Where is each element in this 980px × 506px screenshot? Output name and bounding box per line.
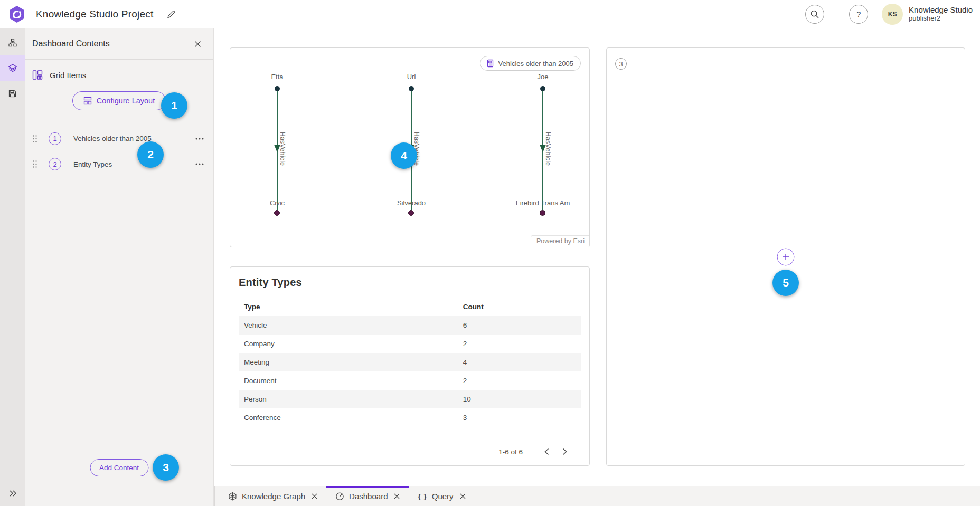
cell-type: Vehicle [244, 321, 463, 329]
grid-cell-number: 3 [615, 58, 627, 70]
avatar: KS [882, 4, 903, 25]
edit-title-button[interactable] [166, 9, 176, 20]
tab-dashboard[interactable]: Dashboard [326, 486, 409, 506]
cell-count: 10 [463, 395, 581, 403]
tab-knowledge-graph[interactable]: Knowledge Graph [219, 486, 326, 506]
layers-icon [8, 63, 17, 73]
plus-icon [782, 253, 790, 261]
column-header-count: Count [463, 303, 581, 311]
configure-layout-button[interactable]: Configure Layout [72, 91, 166, 110]
table-row: Conference 3 [239, 408, 581, 427]
person-node[interactable] [540, 86, 545, 91]
grid-items-label: Grid Items [50, 71, 86, 80]
rail-item-contents[interactable] [0, 55, 25, 81]
user-role: publisher2 [909, 15, 973, 23]
document-icon [486, 59, 494, 68]
double-chevron-right-icon [8, 489, 17, 498]
help-icon: ? [856, 9, 861, 18]
search-icon [810, 9, 819, 19]
edge-label: HasVehicle [279, 117, 286, 180]
knowledge-studio-logo-icon[interactable] [7, 5, 26, 24]
configure-layout-label: Configure Layout [97, 97, 155, 105]
close-tab-button[interactable] [394, 493, 400, 499]
vehicle-node[interactable] [408, 210, 414, 216]
braces-icon: { } [418, 492, 427, 500]
entity-types-table: Type Count Vehicle 6 Company 2 Meeting 4… [239, 303, 581, 427]
entity-types-widget: Entity Types Type Count Vehicle 6 Compan… [230, 266, 590, 466]
tour-step-badge-5: 5 [772, 270, 799, 296]
cell-count: 2 [463, 377, 581, 385]
cell-type: Meeting [244, 358, 463, 366]
cell-type: Person [244, 395, 463, 403]
drag-handle-icon[interactable] [32, 135, 37, 143]
esri-attribution: Powered by Esri [531, 235, 589, 247]
ellipsis-icon [195, 163, 204, 165]
vehicle-node-label: Civic [214, 199, 341, 207]
person-node-label: Etta [235, 73, 319, 81]
dashboard-canvas: Vehicles older than 2005 Etta HasVehicle… [214, 28, 980, 486]
close-tab-button[interactable] [460, 493, 466, 499]
add-widget-button[interactable] [777, 248, 795, 265]
page-title: Knowledge Studio Project [36, 8, 153, 20]
view-tab-bar: Knowledge Graph Dashboard { } Query [214, 486, 980, 506]
drag-handle-icon[interactable] [32, 160, 37, 168]
list-item-label: Entity Types [73, 160, 192, 168]
person-node[interactable] [275, 86, 280, 91]
vehicle-node[interactable] [274, 210, 280, 216]
cell-type: Document [244, 377, 463, 385]
list-item-label: Vehicles older than 2005 [73, 135, 192, 142]
item-options-button[interactable] [192, 157, 207, 171]
widget-title: Entity Types [239, 276, 581, 289]
item-options-button[interactable] [192, 131, 207, 146]
app-header: Knowledge Studio Project ? KS Knowledge … [0, 0, 980, 28]
vehicle-node-label: Silverado [348, 199, 475, 207]
table-row: Company 2 [239, 335, 581, 353]
graph-column: Etta HasVehicle Civic [235, 48, 319, 247]
vehicle-node[interactable] [540, 210, 545, 216]
rail-item-data-model[interactable] [0, 30, 25, 55]
table-bottom-rule [239, 427, 581, 427]
tour-step-badge-3: 3 [153, 454, 179, 481]
layout-grid-icon [83, 97, 92, 105]
item-number-badge: 2 [49, 158, 61, 170]
pencil-icon [166, 9, 176, 20]
user-name: Knowledge Studio [909, 5, 973, 14]
close-tab-button[interactable] [312, 493, 317, 499]
help-button[interactable]: ? [849, 5, 868, 24]
previous-page-button[interactable] [540, 445, 553, 459]
user-menu[interactable]: KS Knowledge Studio publisher2 [882, 4, 973, 25]
tab-query[interactable]: { } Query [409, 486, 474, 506]
expand-rail-button[interactable] [0, 483, 25, 504]
person-node[interactable] [409, 86, 414, 91]
next-page-button[interactable] [558, 445, 571, 459]
pagination: 1-6 of 6 [498, 445, 571, 459]
rail-item-save[interactable] [0, 81, 25, 106]
ellipsis-icon [195, 138, 204, 140]
vehicle-node-label: Firebird Trans Am [479, 199, 606, 207]
grid-items-section: Grid Items [25, 60, 213, 80]
cell-count: 2 [463, 340, 581, 348]
edge-label: HasVehicle [544, 117, 552, 180]
graph-column: Joe HasVehicle Firebird Trans Am [501, 48, 585, 247]
list-item[interactable]: 2 Entity Types [25, 151, 213, 177]
table-header-row: Type Count [239, 303, 581, 316]
list-item[interactable]: 1 Vehicles older than 2005 [25, 126, 213, 151]
chevron-left-icon [544, 448, 549, 455]
table-row: Person 10 [239, 390, 581, 408]
gauge-icon [335, 492, 344, 501]
search-button[interactable] [805, 5, 824, 24]
add-content-button[interactable]: Add Content [90, 459, 148, 476]
close-icon [194, 41, 201, 47]
hierarchy-icon [8, 39, 17, 47]
cell-type: Company [244, 340, 463, 348]
cell-count: 3 [463, 414, 581, 422]
person-node-label: Joe [501, 73, 585, 81]
item-number-badge: 1 [49, 132, 61, 145]
tab-label: Knowledge Graph [242, 492, 305, 501]
table-row: Vehicle 6 [239, 316, 581, 335]
cell-count: 6 [463, 321, 581, 329]
panel-header: Dashboard Contents [25, 28, 213, 60]
close-panel-button[interactable] [190, 36, 205, 51]
column-header-type: Type [244, 303, 463, 311]
cell-type: Conference [244, 414, 463, 422]
